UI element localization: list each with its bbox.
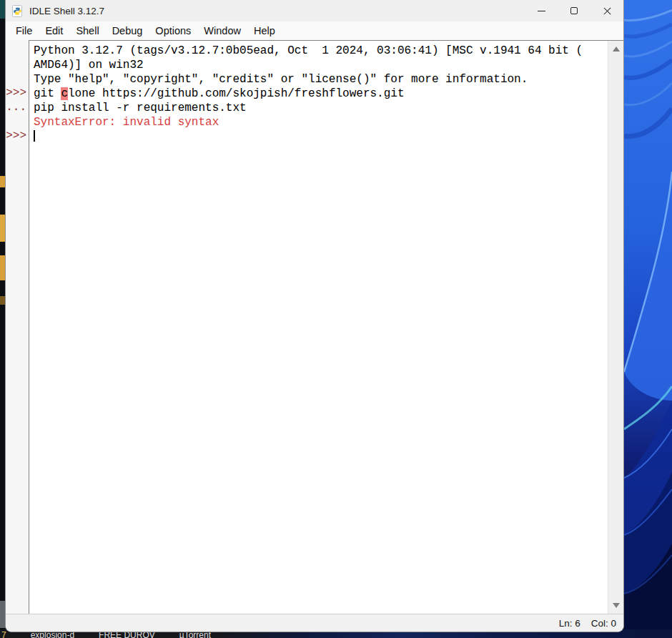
error-highlight-char: c (61, 87, 68, 100)
shell-text: git (34, 87, 61, 100)
maximize-icon (570, 7, 578, 14)
menu-help[interactable]: Help (247, 23, 282, 39)
text-frame: Python 3.12.7 (tags/v3.12.7:0b05ead, Oct… (29, 40, 623, 614)
shell-prompt: >>> (6, 129, 29, 143)
background-strip-blob (0, 296, 5, 305)
shell-content: >>>... >>> Python 3.12.7 (tags/v3.12.7:0… (6, 40, 623, 614)
shell-prompt: >>> (6, 86, 29, 100)
idle-shell-window: IDLE Shell 3.12.7 FileEditShellDebugOpti… (5, 0, 624, 632)
shell-line: SyntaxError: invalid syntax (34, 115, 608, 129)
minimize-button[interactable] (525, 0, 558, 21)
menu-options[interactable]: Options (149, 23, 197, 39)
background-window-left-edge (0, 0, 5, 638)
shell-prompt-empty (6, 57, 29, 72)
background-strip-blob (0, 255, 5, 280)
status-line-number: Ln: 6 (559, 618, 580, 629)
background-strip-blob (0, 215, 5, 242)
idle-app-icon (11, 5, 24, 17)
background-taskbar-item[interactable]: 7 (1, 630, 6, 638)
background-strip-blob (0, 601, 5, 628)
minimize-icon (538, 11, 545, 11)
menu-debug[interactable]: Debug (106, 23, 149, 39)
shell-text: Python 3.12.7 (tags/v3.12.7:0b05ead, Oct… (34, 44, 583, 57)
background-strip-blob (0, 176, 5, 187)
shell-prompt-empty (6, 43, 29, 57)
background-strip-teal-cap (0, 0, 5, 19)
status-bar: Ln: 6 Col: 0 (6, 614, 623, 632)
error-text: SyntaxError: invalid syntax (34, 116, 219, 129)
scroll-down-icon[interactable] (613, 603, 620, 608)
scroll-up-icon[interactable] (613, 46, 620, 51)
desktop-wallpaper (624, 0, 672, 638)
window-controls (525, 0, 623, 21)
window-title: IDLE Shell 3.12.7 (29, 6, 104, 16)
menu-window[interactable]: Window (197, 23, 247, 39)
shell-line (34, 129, 608, 144)
shell-prompt-empty (6, 114, 29, 129)
prompt-sidebar: >>>... >>> (6, 40, 29, 614)
title-bar[interactable]: IDLE Shell 3.12.7 (6, 0, 623, 21)
shell-text-area[interactable]: Python 3.12.7 (tags/v3.12.7:0b05ead, Oct… (29, 41, 608, 614)
shell-text: AMD64)] on win32 (34, 59, 144, 72)
shell-line: AMD64)] on win32 (34, 58, 608, 72)
menu-file[interactable]: File (9, 23, 39, 39)
shell-line: Type "help", "copyright", "credits" or "… (34, 72, 608, 87)
shell-text: pip install -r requirements.txt (34, 102, 247, 114)
shell-line: git clone https://github.com/skojpish/fr… (34, 87, 608, 101)
shell-line: pip install -r requirements.txt (34, 101, 608, 115)
shell-line: Python 3.12.7 (tags/v3.12.7:0b05ead, Oct… (34, 44, 608, 58)
menu-shell[interactable]: Shell (69, 23, 105, 39)
text-cursor (34, 130, 35, 142)
shell-text: Type "help", "copyright", "credits" or "… (34, 73, 528, 86)
shell-prompt: ... (6, 100, 29, 114)
shell-text: lone https://github.com/skojpish/freshfl… (68, 87, 404, 100)
menu-edit[interactable]: Edit (39, 23, 69, 39)
maximize-button[interactable] (558, 0, 591, 21)
vertical-scrollbar[interactable] (608, 41, 623, 614)
close-button[interactable] (591, 0, 623, 21)
shell-prompt-empty (6, 72, 29, 86)
status-column-number: Col: 0 (591, 618, 616, 629)
close-icon (603, 7, 611, 15)
menu-bar: FileEditShellDebugOptionsWindowHelp (6, 21, 623, 40)
